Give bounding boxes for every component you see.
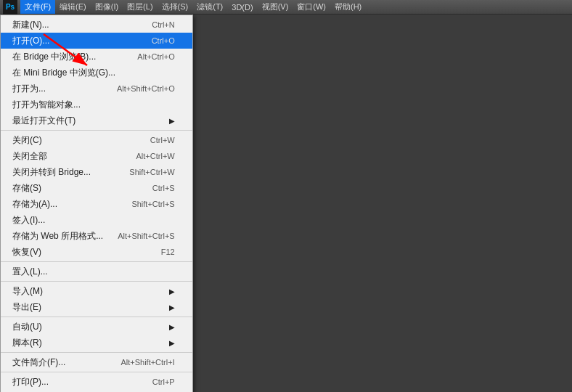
menu-item-open-as[interactable]: 打开为... Alt+Shift+Ctrl+O <box>1 81 192 97</box>
menu-item-save-web[interactable]: 存储为 Web 所用格式... Alt+Shift+Ctrl+S <box>1 228 192 244</box>
file-dropdown-overlay: 新建(N)... Ctrl+N 打开(O)... Ctrl+O 在 Bridge… <box>0 15 193 392</box>
menu-item-automate[interactable]: 自动(U) ▶ <box>1 319 192 335</box>
menu-item-export[interactable]: 导出(E) ▶ <box>1 299 192 315</box>
menu-item-revert[interactable]: 恢复(V) F12 <box>1 244 192 260</box>
menu-file[interactable]: 文件(F) <box>20 0 55 14</box>
menu-item-recent[interactable]: 最近打开文件(T) ▶ <box>1 113 192 128</box>
export-arrow-icon: ▶ <box>169 303 175 311</box>
menu-item-open[interactable]: 打开(O)... Ctrl+O <box>1 33 192 49</box>
menu-item-open-smart[interactable]: 打开为智能对象... <box>1 97 192 113</box>
menu-item-place[interactable]: 置入(L)... <box>1 264 192 279</box>
separator-6 <box>1 372 192 372</box>
ps-logo: Ps <box>3 0 17 15</box>
menu-bar: Ps 文件(F) 编辑(E) 图像(I) 图层(L) 选择(S) 滤镜(T) 3… <box>0 0 572 15</box>
menu-item-scripts[interactable]: 脚本(R) ▶ <box>1 335 192 351</box>
menu-item-open-bridge[interactable]: 在 Bridge 中浏览(B)... Alt+Ctrl+O <box>1 49 192 65</box>
menu-image[interactable]: 图像(I) <box>91 0 123 14</box>
menu-select[interactable]: 选择(S) <box>158 0 193 14</box>
separator-1 <box>1 130 192 131</box>
automate-arrow-icon: ▶ <box>169 323 175 331</box>
menu-layer[interactable]: 图层(L) <box>123 0 157 14</box>
menu-help[interactable]: 帮助(H) <box>330 0 366 14</box>
menu-item-save[interactable]: 存储(S) Ctrl+S <box>1 180 192 196</box>
menu-item-print[interactable]: 打印(P)... Ctrl+P <box>1 374 192 390</box>
menu-item-import[interactable]: 导入(M) ▶ <box>1 283 192 299</box>
menu-filter[interactable]: 滤镜(T) <box>192 0 227 14</box>
menu-item-checkin[interactable]: 签入(I)... <box>1 212 192 228</box>
menu-window[interactable]: 窗口(W) <box>293 0 330 14</box>
import-arrow-icon: ▶ <box>169 287 175 295</box>
scripts-arrow-icon: ▶ <box>169 339 175 347</box>
separator-3 <box>1 281 192 282</box>
separator-4 <box>1 317 192 317</box>
separator-2 <box>1 261 192 262</box>
menu-edit[interactable]: 编辑(E) <box>55 0 91 14</box>
menu-item-save-as[interactable]: 存储为(A)... Shift+Ctrl+S <box>1 196 192 212</box>
menu-item-open-minibridge[interactable]: 在 Mini Bridge 中浏览(G)... <box>1 65 192 81</box>
menu-item-close-bridge[interactable]: 关闭并转到 Bridge... Shift+Ctrl+W <box>1 164 192 180</box>
separator-5 <box>1 352 192 353</box>
recent-arrow-icon: ▶ <box>169 117 175 125</box>
menu-item-close[interactable]: 关闭(C) Ctrl+W <box>1 132 192 148</box>
menu-item-close-all[interactable]: 关闭全部 Alt+Ctrl+W <box>1 148 192 164</box>
file-dropdown-menu: 新建(N)... Ctrl+N 打开(O)... Ctrl+O 在 Bridge… <box>0 15 193 392</box>
menu-view[interactable]: 视图(V) <box>258 0 293 14</box>
menu-item-new[interactable]: 新建(N)... Ctrl+N <box>1 17 192 33</box>
menu-3d[interactable]: 3D(D) <box>227 0 257 14</box>
menu-item-file-info[interactable]: 文件简介(F)... Alt+Shift+Ctrl+I <box>1 354 192 370</box>
